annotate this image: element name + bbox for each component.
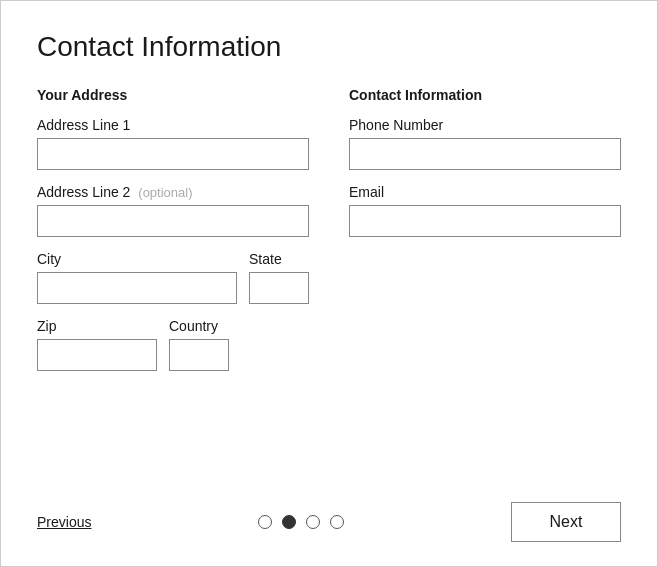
address-section-title: Your Address	[37, 87, 309, 103]
email-field: Email	[349, 184, 621, 237]
country-input[interactable]	[169, 339, 229, 371]
dot-2	[282, 515, 296, 529]
zip-label: Zip	[37, 318, 157, 334]
contact-info-card: Contact Information Your Address Address…	[0, 0, 658, 567]
zip-input[interactable]	[37, 339, 157, 371]
dot-4	[330, 515, 344, 529]
footer: Previous Next	[37, 502, 621, 542]
address-line1-field: Address Line 1	[37, 117, 309, 170]
email-input[interactable]	[349, 205, 621, 237]
state-label: State	[249, 251, 309, 267]
contact-column: Contact Information Phone Number Email	[349, 87, 621, 472]
country-label: Country	[169, 318, 229, 334]
city-input[interactable]	[37, 272, 237, 304]
state-input[interactable]	[249, 272, 309, 304]
address-column: Your Address Address Line 1 Address Line…	[37, 87, 309, 472]
address-line2-field: Address Line 2 (optional)	[37, 184, 309, 237]
pagination-dots	[258, 515, 344, 529]
city-label: City	[37, 251, 237, 267]
phone-label: Phone Number	[349, 117, 621, 133]
page-title: Contact Information	[37, 31, 621, 63]
address-line2-label: Address Line 2 (optional)	[37, 184, 309, 200]
phone-field: Phone Number	[349, 117, 621, 170]
form-body: Your Address Address Line 1 Address Line…	[37, 87, 621, 472]
country-field: Country	[169, 318, 229, 371]
email-label: Email	[349, 184, 621, 200]
next-button[interactable]: Next	[511, 502, 621, 542]
previous-button[interactable]: Previous	[37, 514, 91, 530]
zip-field: Zip	[37, 318, 157, 371]
dot-3	[306, 515, 320, 529]
address-line1-input[interactable]	[37, 138, 309, 170]
city-field: City	[37, 251, 237, 304]
address-line1-label: Address Line 1	[37, 117, 309, 133]
dot-1	[258, 515, 272, 529]
state-field: State	[249, 251, 309, 304]
contact-section-title: Contact Information	[349, 87, 621, 103]
address-line2-input[interactable]	[37, 205, 309, 237]
zip-country-row: Zip Country	[37, 318, 309, 371]
phone-input[interactable]	[349, 138, 621, 170]
city-state-row: City State	[37, 251, 309, 304]
